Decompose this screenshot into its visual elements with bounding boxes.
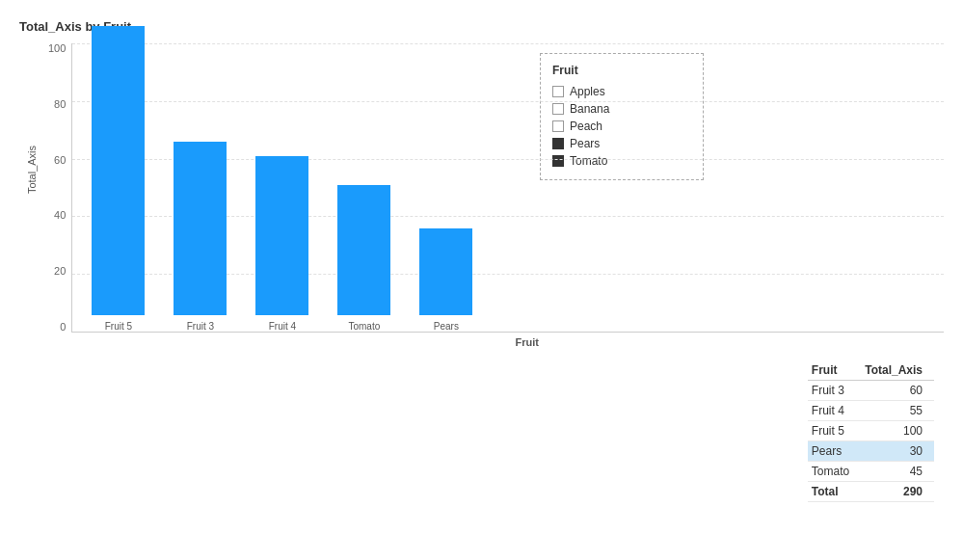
- bars-container: Fruit 5 Fruit 3 Fruit 4 Tomato: [71, 43, 944, 333]
- bar-label-pears: Pears: [434, 321, 459, 332]
- table-row-tomato[interactable]: Tomato 45: [808, 462, 934, 482]
- bar-label-tomato: Tomato: [348, 321, 380, 332]
- y-label-40: 40: [54, 210, 66, 221]
- bar-fruit4[interactable]: Fruit 4: [255, 156, 308, 332]
- bar-label-fruit4: Fruit 4: [269, 321, 296, 332]
- chart-body: Fruit 5 Fruit 3 Fruit 4 Tomato: [71, 43, 944, 348]
- bar-label-fruit3: Fruit 3: [187, 321, 214, 332]
- bar-rect-fruit3[interactable]: [174, 142, 227, 315]
- table-header-fruit: Fruit: [808, 360, 861, 381]
- table-cell-fruit3-name: Fruit 3: [808, 381, 861, 401]
- table-row-total: Total 290: [808, 482, 934, 502]
- grid-line-100: [72, 43, 944, 44]
- table-cell-fruit4-value: 55: [861, 401, 934, 421]
- table-cell-fruit3-value: 60: [861, 381, 934, 401]
- bar-label-fruit5: Fruit 5: [105, 321, 132, 332]
- bar-rect-fruit4[interactable]: [255, 156, 308, 315]
- table-cell-pears-name: Pears: [808, 441, 861, 462]
- y-axis-title: Total_Axis: [26, 146, 38, 194]
- table-cell-tomato-name: Tomato: [808, 462, 861, 482]
- table-row-pears[interactable]: Pears 30: [808, 441, 934, 462]
- y-axis: 100 80 60 40 20 0: [48, 43, 71, 333]
- y-label-0: 0: [60, 322, 66, 333]
- table-total-label: Total: [808, 482, 861, 502]
- y-label-100: 100: [48, 43, 66, 54]
- bar-pears[interactable]: Pears: [419, 228, 472, 332]
- table-cell-fruit4-name: Fruit 4: [808, 401, 861, 421]
- bar-tomato[interactable]: Tomato: [337, 185, 390, 332]
- bar-rect-tomato[interactable]: [337, 185, 390, 315]
- page: Total_Axis by Fruit Total_Axis ⛭ ▦ ··· F…: [0, 0, 963, 560]
- table-header-value: Total_Axis: [861, 360, 934, 381]
- table-row-fruit5[interactable]: Fruit 5 100: [808, 421, 934, 441]
- bar-rect-pears[interactable]: [419, 228, 472, 315]
- table-cell-fruit5-value: 100: [861, 421, 934, 441]
- bar-rect-fruit5[interactable]: [92, 26, 145, 315]
- y-label-80: 80: [54, 99, 66, 110]
- grid-line-80: [72, 101, 944, 102]
- bar-fruit3[interactable]: Fruit 3: [174, 142, 227, 332]
- data-table: Fruit Total_Axis Fruit 3 60 Fruit 4 55 F…: [808, 360, 934, 502]
- y-label-60: 60: [54, 155, 66, 166]
- y-label-20: 20: [54, 266, 66, 277]
- table-row-fruit3[interactable]: Fruit 3 60: [808, 381, 934, 401]
- chart-title: Total_Axis by Fruit: [19, 19, 944, 34]
- table-total-value: 290: [861, 482, 934, 502]
- table-row-fruit4[interactable]: Fruit 4 55: [808, 401, 934, 421]
- table-cell-tomato-value: 45: [861, 462, 934, 482]
- x-axis-title: Fruit: [110, 336, 944, 348]
- chart-area: 100 80 60 40 20 0 Fruit 5: [48, 43, 944, 348]
- table-cell-fruit5-name: Fruit 5: [808, 421, 861, 441]
- table-cell-pears-value: 30: [861, 441, 934, 462]
- bar-fruit5[interactable]: Fruit 5: [92, 26, 145, 332]
